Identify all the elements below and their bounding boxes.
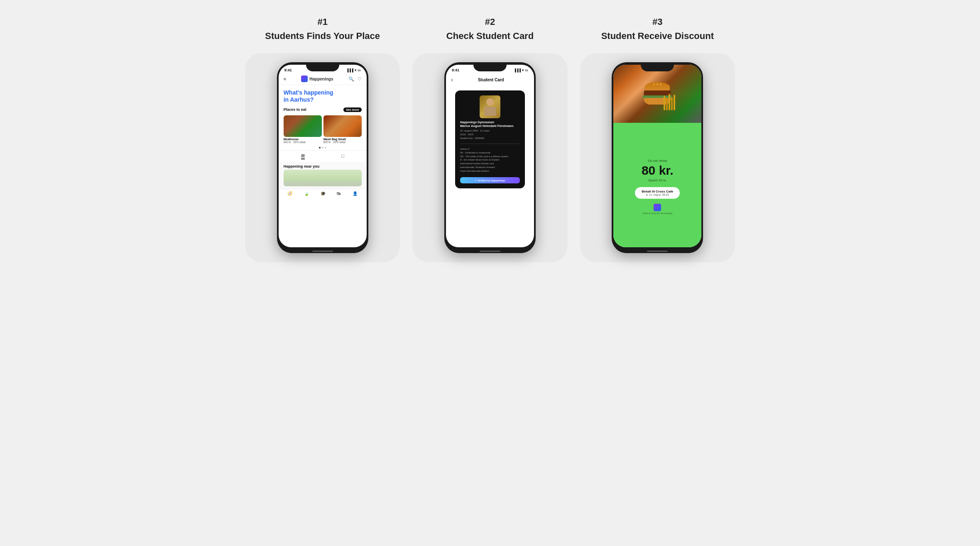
step-3-col: #3 Student Receive Discount (580, 17, 735, 262)
time-2: 9:41 (452, 68, 459, 72)
nav-grid-icon[interactable]: ⊞ (301, 153, 305, 159)
food-grid: ♡ Meathouse 640 kr · 20% rabat ♡ Wash Ba… (279, 114, 367, 145)
food-item-1[interactable]: ♡ Meathouse 640 kr · 20% rabat (284, 115, 322, 144)
step-3-subtitle: Student Receive Discount (601, 31, 714, 41)
desc-line4: International student identity card. (460, 162, 495, 165)
notch-2 (473, 62, 507, 71)
wifi-icon: ▾ (355, 68, 356, 72)
header-icons: 🔍 ♡ (348, 76, 362, 82)
app-name: Happenings (309, 77, 333, 81)
carousel-dots (279, 145, 367, 150)
phone-3-card: Du har betalt 80 kr. Sparet 20 kr. Betal… (580, 53, 735, 262)
main-container: #1 Students Finds Your Place 9:41 ▐▐▐ (245, 17, 735, 262)
phone-1-screen: 9:41 ▐▐▐ ▾ ▭ ≡ Happen (279, 65, 367, 247)
food-item-2[interactable]: ♡ Wash Bag Small 800 kr · 20% rabat (323, 115, 362, 144)
signal-icon: ▐▐▐ (346, 68, 353, 72)
step-2-title: #2 (485, 17, 495, 27)
home-bar-1 (277, 249, 368, 253)
card-header: ‹ Student Card (446, 74, 534, 85)
nav-list-icon[interactable]: □ (341, 154, 344, 158)
notch-1 (306, 62, 339, 71)
student-desc: Aarhus C DK · Kortholder er studerende G… (460, 147, 520, 173)
hero-line2-normal: in (284, 96, 290, 103)
happening-near-label: Happening near you (284, 164, 362, 168)
happenings-logo-bottom: Dette er bevis for din betaling (643, 204, 673, 214)
app-logo: Happenings (301, 76, 333, 82)
step-3-title: #3 (652, 17, 662, 27)
battery-icon: ▭ (358, 68, 361, 72)
hero-accent: Aarhus? (290, 96, 314, 103)
student-school: Happenings Gymnasium (460, 121, 520, 124)
nav-grad-icon[interactable]: 🎓 (321, 191, 326, 196)
dot-1 (319, 147, 321, 149)
student-card-body: Happenings Gymnasium Marius August Helmd… (455, 90, 525, 188)
step-2-col: #2 Check Student Card 9:41 ▐▐▐ ▾ (412, 17, 567, 262)
phone-2-card: 9:41 ▐▐▐ ▾ ▭ ‹ Student Card (412, 53, 567, 262)
section-header: Places to eat See more (279, 106, 367, 114)
pay-date: d. 11. maj kl. 09:25 (642, 193, 673, 196)
desc-line6: Carte internationale étudiant. (460, 170, 490, 172)
study-years: 2019 - 2025 (460, 133, 473, 136)
status-icons-1: ▐▐▐ ▾ ▭ (346, 68, 361, 72)
birth-date: 23. august 2000 · 21 years (460, 129, 490, 132)
sparet-label: Sparet 20 kr. (648, 178, 667, 182)
student-name: Marius August Helmdahl Fürstmann (460, 124, 520, 128)
student-figure (484, 98, 496, 116)
home-bar-line-1 (312, 251, 333, 252)
heart-icon-2[interactable]: ♡ (358, 117, 360, 120)
phone-3-screen: Du har betalt 80 kr. Sparet 20 kr. Betal… (613, 65, 701, 247)
food-img-1: ♡ (284, 115, 322, 137)
steps-row: #1 Students Finds Your Place 9:41 ▐▐▐ (245, 17, 735, 262)
step-2-subtitle: Check Student Card (446, 31, 534, 41)
heart-icon[interactable]: ♡ (358, 76, 362, 82)
burger-image (613, 65, 701, 123)
location: Aarhus C (460, 148, 470, 150)
step-1-title: #1 (317, 17, 327, 27)
desc-line1: DK · Kortholder er studerende (460, 151, 490, 154)
desc-line3: D · Der Inhaier dieser Karte ist Student (460, 158, 499, 161)
fries (664, 81, 676, 110)
step-1-col: #1 Students Finds Your Place 9:41 ▐▐▐ (245, 17, 400, 262)
student-photo (480, 95, 500, 118)
map-section: Happening near you (279, 162, 367, 189)
map-road (284, 181, 362, 186)
dette-er-text: Dette er bevis for din betaling (643, 212, 673, 214)
nav-profile-icon[interactable]: 👤 (353, 191, 358, 196)
happenings-logo-icon (301, 76, 308, 82)
phone-2: 9:41 ▐▐▐ ▾ ▭ ‹ Student Card (444, 62, 536, 253)
battery-icon-2: ▭ (525, 68, 528, 72)
student-no: Student No.: 2483092 (460, 137, 484, 139)
home-bar-3 (612, 249, 703, 253)
card-title: Student Card (453, 78, 529, 82)
desc-line2: GB · The holder of this card is a fullti… (460, 155, 508, 158)
dot-3 (325, 147, 326, 149)
home-bar-line-3 (647, 251, 668, 252)
hamburger-icon[interactable]: ≡ (284, 76, 286, 81)
card-divider (460, 144, 520, 144)
verified-banner: ✓ Verified by Happenings (460, 177, 520, 183)
hero-text: What's happening in Aarhus? (279, 85, 367, 106)
home-bar-2 (444, 249, 536, 253)
nav-bag-icon[interactable]: 🛍 (337, 191, 341, 196)
phone-1-card: 9:41 ▐▐▐ ▾ ▭ ≡ Happen (245, 53, 400, 262)
food-img-2: ♡ (323, 115, 362, 137)
desc-line5: Internationaler Studenten Ausweis. (460, 166, 495, 168)
pay-label: Betalt til Cross Cafe (642, 190, 673, 193)
bottom-nav: ⊞ □ (279, 150, 367, 162)
student-body-shape (484, 107, 496, 116)
student-head (486, 98, 494, 106)
nav-leaf-icon[interactable]: 🍃 (304, 191, 309, 196)
heart-icon-1[interactable]: ♡ (318, 117, 321, 120)
time-1: 9:41 (284, 68, 292, 72)
section-label: Places to eat (284, 107, 306, 112)
nav-compass-icon[interactable]: 🧭 (287, 191, 292, 196)
hero-line1: What's happening (284, 89, 333, 96)
status-icons-2: ▐▐▐ ▾ ▭ (514, 68, 528, 72)
search-icon[interactable]: 🔍 (348, 76, 354, 82)
food-name-2: Wash Bag Small (323, 138, 362, 141)
notch-3 (641, 62, 674, 71)
see-more-button[interactable]: See more (343, 107, 362, 112)
pay-button: Betalt til Cross Cafe d. 11. maj kl. 09:… (635, 187, 680, 199)
student-details: 23. august 2000 · 21 years 2019 - 2025 S… (460, 129, 520, 140)
discount-screen: Du har betalt 80 kr. Sparet 20 kr. Betal… (613, 65, 701, 247)
